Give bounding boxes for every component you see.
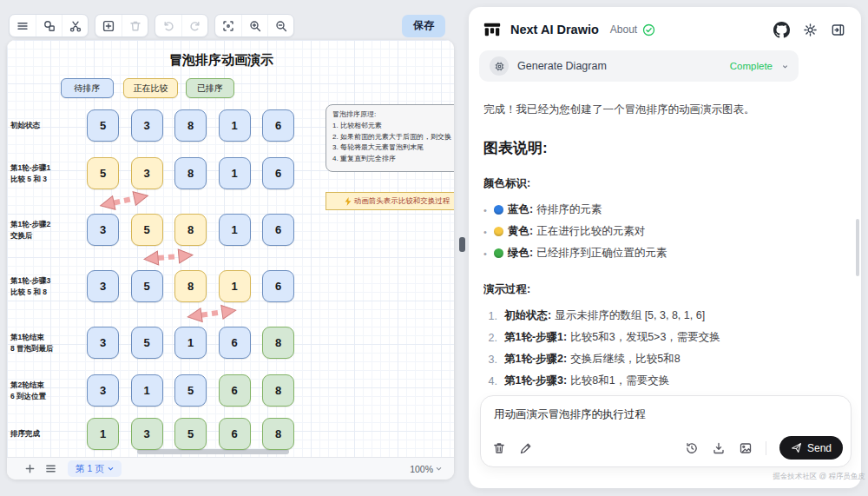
- array-element-node[interactable]: 5: [87, 109, 119, 142]
- color-legend-item: • 绿色:已经排序到正确位置的元素: [483, 242, 847, 264]
- array-element-node[interactable]: 1: [219, 109, 251, 142]
- array-element-node[interactable]: 1: [219, 157, 251, 189]
- principle-note[interactable]: 冒泡排序原理:1. 比较相邻元素2. 如果前面的元素大于后面的，则交换3. 每轮…: [326, 104, 454, 172]
- github-icon[interactable]: [773, 22, 790, 38]
- array-element-node[interactable]: 3: [87, 327, 119, 359]
- array-element-node[interactable]: 8: [262, 418, 294, 450]
- header-actions: [773, 22, 845, 38]
- row-label: 第1轮-步骤3比较 5 和 8: [10, 270, 85, 302]
- array-element-node[interactable]: 8: [174, 157, 207, 189]
- step-number: 4.: [483, 375, 497, 387]
- add-page-button[interactable]: [19, 463, 40, 474]
- swap-arrow[interactable]: [184, 304, 240, 323]
- delete-button[interactable]: [122, 15, 148, 36]
- status-check-icon: [642, 23, 655, 36]
- array-element-node[interactable]: 1: [219, 214, 251, 246]
- edit-pen-icon[interactable]: [519, 441, 533, 455]
- array-element-node[interactable]: 1: [131, 374, 163, 407]
- array-element-node[interactable]: 5: [174, 374, 207, 407]
- array-element-node[interactable]: 8: [262, 327, 294, 359]
- zoom-level-dropdown[interactable]: 100%: [410, 464, 442, 474]
- array-element-node[interactable]: 6: [219, 327, 251, 359]
- legend-chip[interactable]: 正在比较: [123, 78, 178, 98]
- menu-button[interactable]: [10, 15, 36, 36]
- download-icon[interactable]: [712, 441, 726, 455]
- chevron-down-icon[interactable]: [782, 63, 788, 69]
- array-element-node[interactable]: 6: [262, 109, 294, 142]
- delete-icon: [128, 19, 142, 33]
- row-label: 第1轮-步骤2交换后: [10, 214, 85, 246]
- array-element-node[interactable]: 1: [219, 270, 251, 302]
- diagram-title: 冒泡排序动画演示: [108, 52, 334, 69]
- zoom-out-button[interactable]: [267, 15, 293, 36]
- panel-resize-handle[interactable]: [459, 237, 465, 252]
- cut-button[interactable]: [62, 15, 88, 36]
- diagram-canvas-card: 冒泡排序动画演示 冒泡排序原理:1. 比较相邻元素2. 如果前面的元素大于后面的…: [7, 40, 454, 479]
- array-element-node[interactable]: 6: [219, 418, 251, 450]
- cut-icon: [69, 19, 82, 33]
- fit-view-button[interactable]: [215, 15, 241, 36]
- array-element-node[interactable]: 3: [87, 270, 119, 302]
- tip-note[interactable]: 动画箭头表示比较和交换过程: [326, 192, 454, 210]
- chevron-down-icon: [108, 466, 114, 472]
- array-element-node[interactable]: 5: [131, 327, 163, 359]
- array-element-node[interactable]: 6: [262, 270, 294, 302]
- array-element-node[interactable]: 1: [174, 327, 207, 359]
- zoom-in-icon: [248, 19, 262, 33]
- chat-scrollbar[interactable]: [856, 219, 859, 276]
- send-button[interactable]: Send: [779, 436, 843, 460]
- canvas-horizontal-scrollbar[interactable]: [137, 449, 289, 454]
- redo-button[interactable]: [181, 15, 207, 36]
- diagram-canvas[interactable]: 冒泡排序动画演示 冒泡排序原理:1. 比较相邻元素2. 如果前面的元素大于后面的…: [7, 40, 454, 457]
- array-element-node[interactable]: 8: [262, 374, 294, 407]
- legend-chip[interactable]: 待排序: [61, 78, 114, 98]
- add-node-button[interactable]: [95, 15, 122, 36]
- history-icon[interactable]: [685, 441, 699, 455]
- array-element-node[interactable]: 5: [131, 270, 163, 302]
- row-label: 初始状态: [10, 109, 85, 142]
- array-element-node[interactable]: 3: [87, 214, 119, 246]
- prompt-input[interactable]: 用动画演示冒泡排序的执行过程: [481, 396, 851, 422]
- process-step-item: 3.第1轮-步骤2:交换后继续，比较5和8: [483, 348, 847, 370]
- divider: [766, 441, 766, 455]
- array-element-node[interactable]: 1: [87, 418, 119, 450]
- task-label: Generate Diagram: [517, 60, 607, 72]
- export-image-icon[interactable]: [739, 441, 753, 455]
- color-dot: [494, 227, 503, 236]
- array-element-node[interactable]: 3: [131, 109, 163, 142]
- swap-arrow[interactable]: [141, 248, 196, 267]
- array-element-node[interactable]: 3: [87, 374, 119, 407]
- tip-note-text: 动画箭头表示比较和交换过程: [354, 196, 450, 207]
- array-element-node[interactable]: 6: [219, 374, 251, 407]
- page-list-button[interactable]: [40, 463, 61, 474]
- clear-trash-icon[interactable]: [492, 441, 506, 455]
- step-number: 3.: [483, 354, 497, 366]
- array-element-node[interactable]: 8: [174, 270, 207, 302]
- zoom-in-button[interactable]: [241, 15, 267, 36]
- array-element-node[interactable]: 3: [131, 157, 163, 189]
- array-element-node[interactable]: 8: [174, 214, 207, 246]
- swap-arrow[interactable]: [96, 191, 152, 210]
- bullet-marker: •: [483, 205, 494, 215]
- undo-button[interactable]: [155, 15, 181, 36]
- about-link[interactable]: About: [610, 23, 637, 36]
- array-element-node[interactable]: 8: [174, 109, 207, 142]
- settings-gear-icon[interactable]: [803, 23, 818, 37]
- generate-diagram-icon: [490, 56, 509, 76]
- page-tab[interactable]: 第 1 页: [68, 460, 122, 477]
- array-element-node[interactable]: 5: [87, 157, 119, 189]
- collapse-panel-icon[interactable]: [831, 23, 845, 37]
- task-status-card[interactable]: Generate Diagram Complete: [479, 50, 799, 82]
- array-element-node[interactable]: 5: [174, 418, 207, 450]
- array-element-node[interactable]: 6: [262, 214, 294, 246]
- array-element-node[interactable]: 3: [131, 418, 163, 450]
- task-status-badge: Complete: [730, 61, 773, 71]
- save-button[interactable]: 保存: [402, 15, 445, 37]
- legend-chip[interactable]: 已排序: [186, 78, 234, 98]
- menu-icon: [16, 19, 30, 33]
- array-element-node[interactable]: 6: [262, 157, 294, 189]
- principle-note-line: 1. 比较相邻元素: [332, 121, 454, 132]
- shapes-button[interactable]: [36, 15, 62, 36]
- process-step-item: 4.第1轮-步骤3:比较8和1，需要交换: [483, 370, 847, 392]
- array-element-node[interactable]: 5: [131, 214, 163, 246]
